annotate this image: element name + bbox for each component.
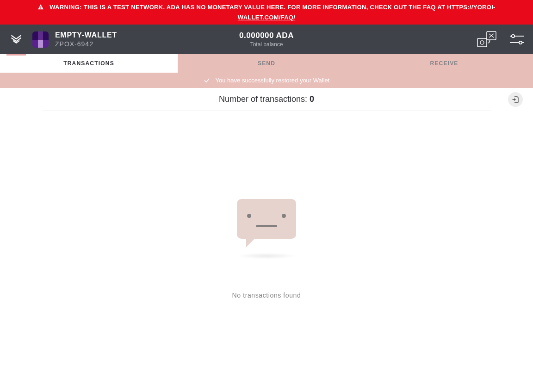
daedalus-transfer-button[interactable] <box>477 31 497 48</box>
balance-label: Total balance <box>239 41 294 48</box>
restore-success-notice: You have successfully restored your Wall… <box>0 73 533 88</box>
wallet-name: EMPTY-WALLET <box>55 31 117 39</box>
svg-rect-0 <box>41 6 41 8</box>
svg-point-8 <box>519 41 522 44</box>
wallet-avatar <box>32 31 49 48</box>
balance-block: 0.000000 ADA Total balance <box>239 31 294 48</box>
export-transactions-button[interactable] <box>508 92 523 107</box>
tab-receive[interactable]: RECEIVE <box>355 54 533 73</box>
test-network-warning-banner: WARNING: THIS IS A TEST NETWORK. ADA HAS… <box>0 0 533 25</box>
svg-point-6 <box>512 35 514 37</box>
transactions-count-label: Number of transactions: <box>219 94 310 104</box>
check-icon <box>204 77 210 84</box>
wallet-code: ZPOX-6942 <box>55 40 117 48</box>
empty-state-illustration <box>237 199 296 239</box>
app-header: EMPTY-WALLET ZPOX-6942 0.000000 ADA Tota… <box>0 25 533 54</box>
svg-rect-1 <box>41 8 41 9</box>
tab-transactions[interactable]: TRANSACTIONS <box>0 54 178 73</box>
summary-divider <box>43 111 490 111</box>
notice-text: You have successfully restored your Wall… <box>216 77 330 84</box>
svg-point-4 <box>480 41 484 44</box>
yoroi-logo-icon <box>10 33 23 46</box>
transactions-count-value: 0 <box>310 94 314 104</box>
settings-sliders-icon <box>510 34 524 45</box>
warning-text: WARNING: THIS IS A TEST NETWORK. ADA HAS… <box>50 4 447 11</box>
export-file-icon <box>512 96 519 103</box>
wallet-info: EMPTY-WALLET ZPOX-6942 <box>55 31 117 48</box>
empty-state-text: No transactions found <box>232 292 301 299</box>
settings-button[interactable] <box>510 34 524 45</box>
empty-state: No transactions found <box>0 199 533 299</box>
transactions-summary: Number of transactions: 0 <box>0 88 533 111</box>
warning-icon <box>37 4 44 13</box>
illustration-shadow <box>236 253 297 259</box>
balance-amount: 0.000000 ADA <box>239 31 294 40</box>
svg-rect-3 <box>477 38 487 47</box>
transfer-icon <box>477 31 497 48</box>
app-logo[interactable] <box>0 25 32 54</box>
wallet-tabs: TRANSACTIONS SEND RECEIVE <box>0 54 533 73</box>
tab-send[interactable]: SEND <box>178 54 355 73</box>
